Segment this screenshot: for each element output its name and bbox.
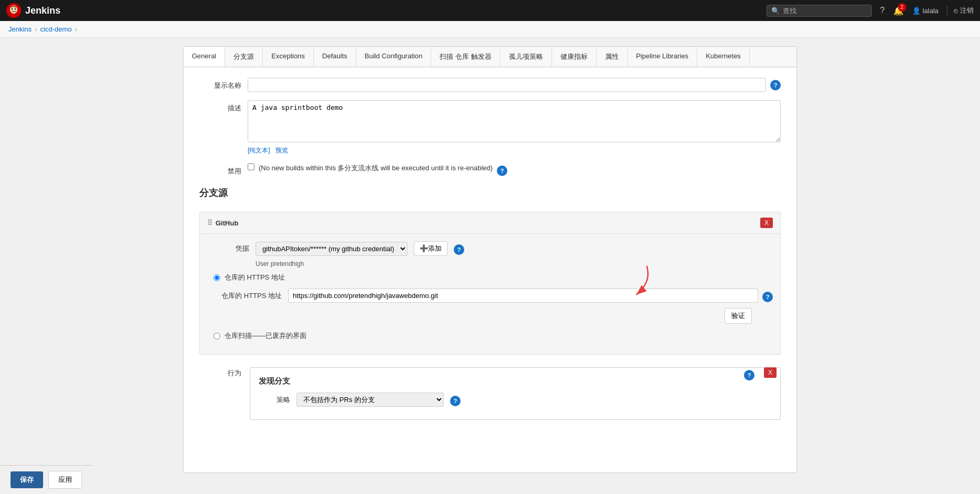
notification-bell[interactable]: 🔔 2 xyxy=(893,6,904,16)
save-button[interactable]: 保存 xyxy=(11,471,43,481)
validate-button[interactable]: 验证 xyxy=(724,308,752,324)
help-icon[interactable]: ? xyxy=(880,6,885,15)
display-name-row: 显示名称 ? xyxy=(199,78,781,92)
arrow-svg xyxy=(605,261,668,303)
discover-header: 发现分支 xyxy=(259,376,772,386)
user-info: User pretendhigh xyxy=(207,260,773,267)
tab-defaults[interactable]: Defaults xyxy=(314,47,356,67)
url-help[interactable]: ? xyxy=(762,292,773,302)
top-navigation: Jenkins 🔍 ? 🔔 2 👤 lalala ⎋ 注销 xyxy=(0,0,980,21)
validate-row: 验证 xyxy=(207,308,773,324)
logout-label: 注销 xyxy=(960,6,974,15)
plain-text-link[interactable]: [纯文本] xyxy=(248,147,270,154)
disabled-row: 禁用 (No new builds within this 多分支流水线 wil… xyxy=(199,163,781,176)
tabs-container: General 分支源 Exceptions Defaults Build Co… xyxy=(183,46,797,473)
description-label: 描述 xyxy=(199,100,241,113)
tab-properties[interactable]: 属性 xyxy=(597,47,628,67)
branch-sources-section-header: 分支源 xyxy=(199,187,781,203)
user-name: lalala xyxy=(923,7,938,15)
https-url-label: 仓库的 HTTPS 地址 xyxy=(213,291,282,301)
breadcrumb: Jenkins › cicd-demo › xyxy=(0,21,980,38)
github-title: GitHub xyxy=(216,219,238,227)
notification-count: 2 xyxy=(898,3,906,12)
strategy-row: 策略 不包括作为 PRs 的分支 ? xyxy=(259,393,772,407)
breadcrumb-sep1: › xyxy=(35,25,37,33)
display-name-help[interactable]: ? xyxy=(770,80,781,90)
logout-button[interactable]: ⎋ 注销 xyxy=(947,6,974,15)
description-row: 描述 A java sprintboot demo [纯文本] 预览 xyxy=(199,100,781,155)
search-icon: 🔍 xyxy=(771,7,780,15)
github-close-button[interactable]: X xyxy=(760,218,773,228)
tab-build-config[interactable]: Build Configuration xyxy=(356,47,432,67)
add-credential-button[interactable]: ➕添加 xyxy=(414,241,447,256)
https-url-input[interactable] xyxy=(288,289,758,303)
disabled-wrap: (No new builds within this 多分支流水线 will b… xyxy=(248,163,781,176)
url-input-wrap: ? xyxy=(288,289,773,303)
credentials-label: 凭据 xyxy=(207,244,249,253)
https-radio[interactable] xyxy=(213,274,220,281)
tab-pipeline-libraries[interactable]: Pipeline Libraries xyxy=(628,47,698,67)
jenkins-brand: Jenkins xyxy=(25,5,60,16)
tab-health-metrics[interactable]: 健康指标 xyxy=(552,47,597,67)
credentials-help[interactable]: ? xyxy=(454,244,464,255)
behavior-label: 行为 xyxy=(199,363,241,420)
search-input[interactable] xyxy=(783,7,867,15)
bottom-section: 行为 X ? 发现分支 策略 不 xyxy=(199,363,781,420)
display-name-input[interactable] xyxy=(248,78,766,92)
main-content: General 分支源 Exceptions Defaults Build Co… xyxy=(175,38,805,481)
github-body: 凭据 githubAPItoken/****** (my github cred… xyxy=(200,234,780,354)
tab-kubernetes[interactable]: Kubernetes xyxy=(697,47,750,67)
tabs-header: General 分支源 Exceptions Defaults Build Co… xyxy=(183,47,797,67)
scan-deprecated-label: 仓库扫描——已废弃的界面 xyxy=(224,331,307,341)
https-radio-label: 仓库的 HTTPS 地址 xyxy=(224,273,285,282)
github-branch-source: ⠿ GitHub X 凭据 githubAPItoken/****** (my … xyxy=(199,212,781,355)
breadcrumb-jenkins-link[interactable]: Jenkins xyxy=(8,25,32,33)
discover-close-button[interactable]: X xyxy=(764,367,777,378)
display-name-wrap: ? xyxy=(248,78,781,92)
tab-orphan-policy[interactable]: 孤儿项策略 xyxy=(501,47,552,67)
github-title-wrap: ⠿ GitHub xyxy=(207,219,238,227)
scan-deprecated-radio[interactable] xyxy=(213,333,220,339)
apply-button[interactable]: 应用 xyxy=(48,471,82,481)
description-wrap: A java sprintboot demo [纯文本] 预览 xyxy=(248,100,781,155)
credentials-select[interactable]: githubAPItoken/****** (my github credent… xyxy=(256,242,407,256)
https-radio-option: 仓库的 HTTPS 地址 xyxy=(207,273,773,282)
bottom-actions: 保存 应用 xyxy=(0,465,93,481)
tab-scan-trigger[interactable]: 扫描 仓库 触发器 xyxy=(431,47,500,67)
strategy-help[interactable]: ? xyxy=(450,396,461,406)
disabled-help[interactable]: ? xyxy=(497,166,507,176)
jenkins-logo xyxy=(6,3,21,18)
credentials-row: 凭据 githubAPItoken/****** (my github cred… xyxy=(207,241,773,256)
drag-handle-icon[interactable]: ⠿ xyxy=(207,219,212,227)
tab-branch-sources[interactable]: 分支源 xyxy=(225,47,263,67)
user-menu[interactable]: 👤 lalala xyxy=(912,7,938,15)
github-header: ⠿ GitHub X xyxy=(200,212,780,234)
discover-help[interactable]: ? xyxy=(744,370,754,380)
rich-text-toolbar: [纯文本] 预览 xyxy=(248,146,781,155)
svg-point-3 xyxy=(15,8,16,10)
disabled-label: 禁用 xyxy=(199,163,241,176)
disabled-checkbox-text: (No new builds within this 多分支流水线 will b… xyxy=(259,163,493,173)
discover-title: 发现分支 xyxy=(259,376,290,386)
disabled-checkbox[interactable] xyxy=(248,163,254,170)
form-content: 显示名称 ? 描述 A java sprintboot demo [纯文本] 预… xyxy=(183,67,797,472)
description-textarea[interactable]: A java sprintboot demo xyxy=(248,100,781,142)
tab-exceptions[interactable]: Exceptions xyxy=(263,47,314,67)
strategy-select[interactable]: 不包括作为 PRs 的分支 xyxy=(297,393,444,407)
https-url-row: 仓库的 HTTPS 地址 ? xyxy=(207,289,773,303)
breadcrumb-sep2: › xyxy=(75,25,77,33)
svg-point-2 xyxy=(12,8,13,10)
strategy-label: 策略 xyxy=(259,395,290,405)
tab-general[interactable]: General xyxy=(183,47,225,67)
discover-wrap: X ? 发现分支 策略 不包括作为 PRs 的分支 ? xyxy=(250,363,781,420)
user-icon: 👤 xyxy=(912,7,921,15)
scan-deprecated-option: 仓库扫描——已废弃的界面 xyxy=(207,331,773,341)
display-name-label: 显示名称 xyxy=(199,78,241,90)
discover-section: 发现分支 策略 不包括作为 PRs 的分支 ? xyxy=(250,367,781,420)
breadcrumb-project-link[interactable]: cicd-demo xyxy=(40,25,72,33)
preview-link[interactable]: 预览 xyxy=(275,147,288,154)
search-box[interactable]: 🔍 xyxy=(767,5,872,17)
logout-icon: ⎋ xyxy=(954,7,958,15)
